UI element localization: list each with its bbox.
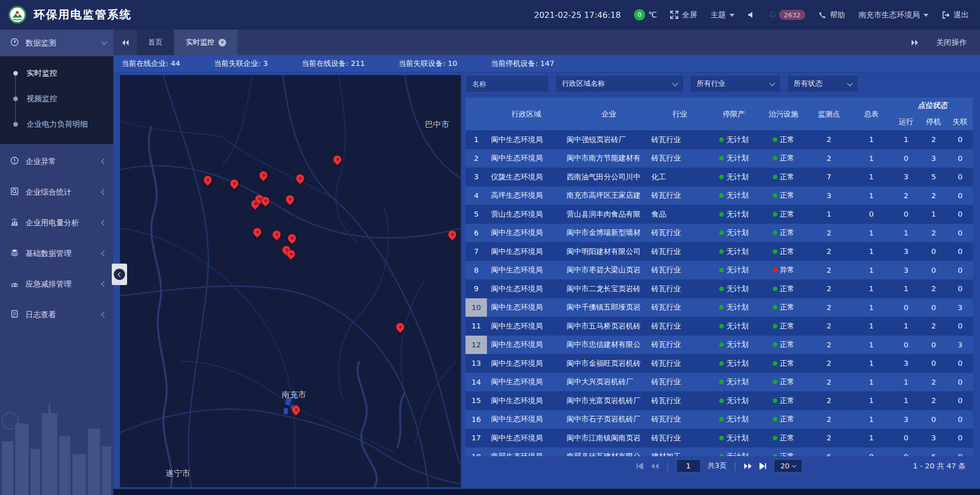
cell-pollution-facility: 正常 xyxy=(760,149,807,168)
table-row[interactable]: 11阆中生态环境局阆中市五马桥页岩机砖砖瓦行业无计划正常21120 xyxy=(465,317,973,336)
close-operations-button[interactable]: 关闭操作 xyxy=(936,38,967,48)
sidebar-item-4[interactable]: 企业用电量分析 xyxy=(0,209,113,236)
table-row[interactable]: 2阆中生态环境局阆中市南方节能建材有砖瓦行业无计划正常21030 xyxy=(465,149,973,168)
theme-dropdown[interactable]: 主题 xyxy=(710,10,734,20)
table-row[interactable]: 7阆中生态环境局阆中明阳建材有限公司砖瓦行业无计划正常21300 xyxy=(465,242,973,261)
facility-status-text: 正常 xyxy=(780,191,795,200)
cell-stopped: 0 xyxy=(920,298,947,317)
sidebar-item-3[interactable]: 企业综合统计 xyxy=(0,179,113,205)
cell-stopped: 6 xyxy=(920,447,947,457)
table-row[interactable]: 10阆中生态环境局阆中千佛镇五郎垭页岩砖瓦行业无计划正常21003 xyxy=(465,298,973,317)
stat-1: 当前在线企业: 44 xyxy=(121,59,180,68)
cell-total-meters: 1 xyxy=(850,279,892,298)
table-row[interactable]: 3仪陇生态环境局西南油气田分公司川中化工无计划正常71350 xyxy=(465,168,973,186)
table-row[interactable]: 13阆中生态环境局阆中市金福旺页岩机砖砖瓦行业无计划正常21300 xyxy=(465,354,973,373)
prev-page-button[interactable] xyxy=(650,463,659,469)
page-size-select[interactable]: 20 xyxy=(774,459,802,473)
sidebar-item-6[interactable]: 应急减排管理 xyxy=(0,271,113,297)
table-row[interactable]: 1阆中生态环境局阆中强锐页岩砖厂砖瓦行业无计划正常21120 xyxy=(465,130,973,149)
fullscreen-icon xyxy=(670,11,678,19)
cell-total-meters: 1 xyxy=(850,261,892,280)
next-page-button[interactable] xyxy=(744,463,752,469)
table-row[interactable]: 14阆中生态环境局阆中大兴页岩机砖厂砖瓦行业无计划正常21120 xyxy=(465,373,973,392)
table-row[interactable]: 15阆中生态环境局阆中市光富页岩机砖厂砖瓦行业无计划正常21120 xyxy=(465,391,973,410)
tab-实时监控[interactable]: 实时监控✕ xyxy=(175,30,237,55)
sidebar-item-7[interactable]: 日志查看 xyxy=(0,301,113,328)
notifications[interactable]: 2632 xyxy=(769,10,805,20)
cell-running: 1 xyxy=(892,279,920,298)
cell-monitor-points: 2 xyxy=(807,149,850,168)
sidebar-gap xyxy=(0,175,113,179)
cell-offline: 0 xyxy=(947,317,973,336)
tab-首页[interactable]: 首页 xyxy=(137,30,174,55)
sidebar-item-5[interactable]: 基础数据管理 xyxy=(0,240,113,267)
region-select[interactable]: 行政区域名称 xyxy=(555,75,684,92)
cell-limit-production: 无计划 xyxy=(708,373,760,392)
table-row[interactable]: 17阆中生态环境局阆中市江南镇阆南页岩砖瓦行业无计划正常21030 xyxy=(465,429,973,447)
cell-industry: 砖瓦行业 xyxy=(651,130,708,149)
table-row[interactable]: 8阆中生态环境局阆中市枣碧大梁山页岩砖瓦行业无计划异常21300 xyxy=(465,261,973,280)
table-row[interactable]: 12阆中生态环境局阆中市忠信建材有限公砖瓦行业无计划正常21003 xyxy=(465,336,973,355)
table-row[interactable]: 6阆中生态环境局阆中市金博瑞新型墙材砖瓦行业无计划正常21120 xyxy=(465,224,973,243)
table-row[interactable]: 18南部生态环境局南部县砖瓦建材有限公建材加工无计划正常60060 xyxy=(465,447,973,457)
sidebar-item-2[interactable]: 企业异常 xyxy=(0,148,113,175)
table-header: 行政区域 企业 行业 停限产 治污设施 监测点 总表 点位状态 运行 停机 失联 xyxy=(465,98,973,130)
industry-select[interactable]: 所有行业 xyxy=(690,75,781,92)
double-chevron-right-icon[interactable] xyxy=(911,39,919,46)
sidebar-subitem-企业电力负荷明细[interactable]: 企业电力负荷明细 xyxy=(0,111,113,137)
sidebar-gap xyxy=(0,205,113,209)
map-panel[interactable]: 巴中市南充市遂宁市 xyxy=(120,75,461,487)
sidebar-subitem-label: 实时监控 xyxy=(27,68,57,78)
row-index: 13 xyxy=(465,354,487,373)
tab-close-icon[interactable]: ✕ xyxy=(218,39,226,46)
fullscreen-button[interactable]: 全屏 xyxy=(670,10,697,20)
tabs-scroll-left-button[interactable] xyxy=(113,30,137,55)
cell-limit-production: 无计划 xyxy=(708,391,760,410)
last-page-button[interactable] xyxy=(760,463,767,469)
cell-region: 阆中生态环境局 xyxy=(487,149,561,168)
bullet-dot-icon xyxy=(13,122,18,127)
cell-region: 阆中生态环境局 xyxy=(487,317,561,336)
col-stopped: 停机 xyxy=(920,113,947,130)
cell-total-meters: 1 xyxy=(850,391,892,410)
status-dot-green-icon xyxy=(719,193,724,198)
name-search-input[interactable] xyxy=(465,75,549,92)
pagination-bar: | 共3页 | 20 1 - 20 共 47 条 xyxy=(465,456,973,476)
page-size-value: 20 xyxy=(780,462,790,470)
row-index: 7 xyxy=(465,242,487,261)
cell-region: 阆中生态环境局 xyxy=(487,242,561,261)
table-row[interactable]: 9阆中生态环境局阆中市二龙长宝页岩砖砖瓦行业无计划正常21120 xyxy=(465,279,973,298)
sidebar-collapse-handle[interactable] xyxy=(112,264,127,285)
chevron-down-icon xyxy=(101,39,107,44)
facility-status-text: 正常 xyxy=(780,172,795,182)
first-page-button[interactable] xyxy=(636,463,643,469)
limit-production-text: 无计划 xyxy=(726,452,749,456)
row-index: 10 xyxy=(465,298,487,317)
sidebar-item-1[interactable]: 数据监测 xyxy=(0,30,113,56)
status-dot-green-icon xyxy=(719,137,724,142)
facility-status-text: 正常 xyxy=(780,302,795,312)
layers-icon xyxy=(10,248,19,259)
status-dot-green-icon xyxy=(719,324,724,328)
cell-stopped: 2 xyxy=(920,224,947,243)
page-number-input[interactable] xyxy=(676,459,701,473)
sidebar-submenu: 实时监控视频监控企业电力负荷明细 xyxy=(0,56,113,144)
table-row[interactable]: 5营山生态环境局营山县润丰肉食品有限食品无计划正常10010 xyxy=(465,205,973,224)
cell-region: 阆中生态环境局 xyxy=(487,354,561,373)
cell-running: 1 xyxy=(892,391,920,410)
table-row[interactable]: 4高坪生态环境局南充市高坪区王家店建砖瓦行业无计划正常31220 xyxy=(465,186,973,205)
industry-select-value: 所有行业 xyxy=(697,79,725,88)
sound-toggle[interactable] xyxy=(748,11,755,18)
sidebar-subitem-视频监控[interactable]: 视频监控 xyxy=(0,86,113,111)
table-row[interactable]: 16阆中生态环境局阆中市石子页岩机砖厂砖瓦行业无计划正常21300 xyxy=(465,410,973,429)
cell-total-meters: 1 xyxy=(850,242,892,261)
help-button[interactable]: 帮助 xyxy=(819,10,845,20)
exit-button[interactable]: 退出 xyxy=(942,10,969,20)
cell-running: 1 xyxy=(892,130,920,149)
sidebar-subitem-实时监控[interactable]: 实时监控 xyxy=(0,60,113,86)
status-select[interactable]: 所有状态 xyxy=(787,75,859,92)
status-dot-green-icon xyxy=(773,212,777,217)
chevron-left-icon xyxy=(101,281,107,287)
user-org-dropdown[interactable]: 南充市生态环境局 xyxy=(859,10,928,20)
top-header: 环保用电监管系统 2021-02-25 17:46:18 0 ℃ 全屏 主题 xyxy=(0,0,980,30)
